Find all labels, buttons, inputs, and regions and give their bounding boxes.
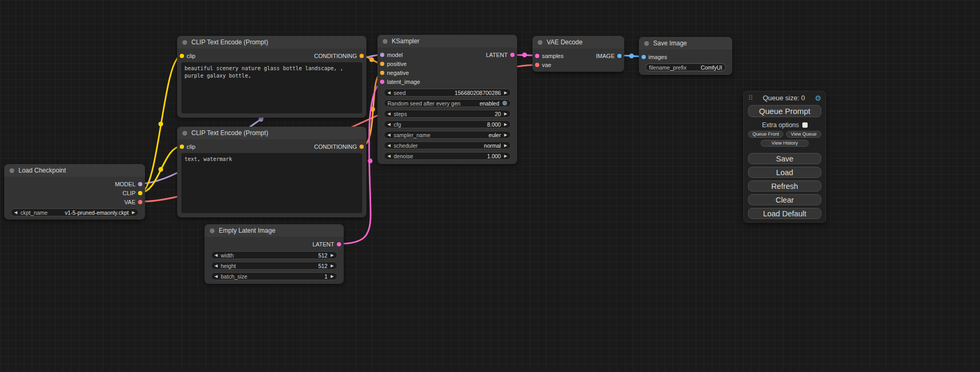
arrow-left-icon[interactable]: ◀: [387, 120, 391, 128]
prompt-textarea[interactable]: text, watermark: [181, 153, 362, 213]
node-collapse-icon[interactable]: [210, 228, 215, 233]
arrow-left-icon[interactable]: ◀: [387, 131, 391, 139]
arrow-right-icon[interactable]: ▶: [331, 262, 334, 270]
input-slot-vae[interactable]: vae: [535, 62, 551, 68]
node-collapse-icon[interactable]: [383, 39, 387, 44]
node-header[interactable]: Empty Latent Image: [205, 224, 344, 237]
model-input-pin-icon[interactable]: [380, 53, 384, 57]
vae-input-pin-icon[interactable]: [535, 63, 539, 67]
arrow-left-icon[interactable]: ◀: [215, 262, 218, 270]
node-header[interactable]: Load Checkpoint: [4, 164, 145, 177]
output-slot-clip[interactable]: CLIP: [123, 190, 142, 196]
view-history-button[interactable]: View History: [761, 140, 809, 147]
arrow-right-icon[interactable]: ▶: [132, 208, 135, 216]
input-slot-positive[interactable]: positive: [380, 61, 406, 67]
arrow-right-icon[interactable]: ▶: [504, 141, 507, 149]
model-output-pin-icon[interactable]: [138, 182, 142, 186]
node-vae-decode[interactable]: VAE Decode samples IMAGE vae: [532, 36, 624, 72]
arrow-left-icon[interactable]: ◀: [215, 251, 218, 259]
output-slot-model[interactable]: MODEL: [115, 181, 142, 187]
queue-prompt-button[interactable]: Queue Prompt: [748, 105, 821, 117]
arrow-left-icon[interactable]: ◀: [387, 89, 391, 97]
widget-height[interactable]: ◀ height 512 ▶: [211, 262, 337, 270]
latent-output-pin-icon[interactable]: [510, 53, 515, 57]
widget-ckpt-name[interactable]: ◀ ckpt_name v1-5-pruned-emaonly.ckpt ▶: [11, 208, 139, 216]
save-button[interactable]: Save: [748, 153, 821, 164]
output-slot-latent[interactable]: LATENT: [313, 241, 341, 247]
node-header[interactable]: KSampler: [377, 35, 517, 47]
output-slot-vae[interactable]: VAE: [124, 199, 142, 205]
input-slot-negative[interactable]: negative: [380, 70, 409, 76]
conditioning-output-pin-icon[interactable]: [360, 145, 364, 149]
clip-input-pin-icon[interactable]: [180, 145, 184, 149]
node-collapse-icon[interactable]: [9, 168, 14, 173]
widget-seed[interactable]: ◀ seed 156680208700286 ▶: [384, 89, 511, 97]
output-slot-image[interactable]: IMAGE: [596, 53, 622, 59]
clear-button[interactable]: Clear: [748, 194, 821, 205]
image-output-pin-icon[interactable]: [617, 54, 622, 58]
arrow-right-icon[interactable]: ▶: [504, 89, 507, 97]
refresh-button[interactable]: Refresh: [748, 180, 821, 192]
toggle-dot-icon[interactable]: [502, 101, 507, 106]
load-default-button[interactable]: Load Default: [748, 208, 821, 219]
clip-output-pin-icon[interactable]: [138, 191, 142, 195]
settings-gear-icon[interactable]: ⚙: [814, 94, 821, 102]
output-slot-conditioning[interactable]: CONDITIONING: [314, 144, 364, 150]
arrow-left-icon[interactable]: ◀: [387, 110, 391, 118]
node-header[interactable]: Save Image: [639, 37, 732, 50]
latent-output-pin-icon[interactable]: [337, 242, 341, 246]
vae-output-pin-icon[interactable]: [138, 200, 142, 204]
node-load-checkpoint[interactable]: Load Checkpoint MODEL CLIP VAE ◀ ckpt_na…: [4, 164, 145, 220]
arrow-right-icon[interactable]: ▶: [504, 120, 507, 128]
graph-canvas[interactable]: Load Checkpoint MODEL CLIP VAE ◀ ckpt_na…: [0, 0, 980, 372]
node-clip-text-encode-negative[interactable]: CLIP Text Encode (Prompt) clip CONDITION…: [177, 127, 366, 217]
node-collapse-icon[interactable]: [182, 40, 187, 45]
drag-handle-icon[interactable]: ⠿: [748, 94, 753, 101]
arrow-left-icon[interactable]: ◀: [14, 208, 17, 216]
node-header[interactable]: CLIP Text Encode (Prompt): [177, 36, 366, 49]
arrow-right-icon[interactable]: ▶: [331, 272, 334, 280]
node-empty-latent-image[interactable]: Empty Latent Image LATENT ◀ width 512 ▶ …: [205, 224, 344, 284]
widget-random-seed-toggle[interactable]: Random seed after every gen enabled: [384, 99, 511, 107]
positive-input-pin-icon[interactable]: [380, 62, 384, 66]
arrow-left-icon[interactable]: ◀: [387, 141, 391, 149]
node-header[interactable]: VAE Decode: [532, 36, 624, 49]
arrow-right-icon[interactable]: ▶: [331, 251, 334, 259]
negative-input-pin-icon[interactable]: [380, 71, 384, 75]
input-slot-model[interactable]: model: [380, 52, 403, 58]
prompt-textarea[interactable]: beautiful scenery nature glass bottle la…: [181, 62, 362, 113]
widget-steps[interactable]: ◀ steps 20 ▶: [384, 110, 511, 118]
input-slot-latent-image[interactable]: latent_image: [380, 79, 420, 85]
extra-options-checkbox[interactable]: [802, 122, 808, 128]
samples-input-pin-icon[interactable]: [535, 54, 539, 58]
arrow-left-icon[interactable]: ◀: [387, 152, 391, 160]
widget-filename-prefix[interactable]: filename_prefix ComfyUI: [645, 63, 726, 71]
queue-front-button[interactable]: Queue Front: [748, 131, 783, 138]
input-slot-images[interactable]: images: [642, 54, 667, 60]
widget-width[interactable]: ◀ width 512 ▶: [211, 251, 337, 259]
widget-cfg[interactable]: ◀ cfg 8.000 ▶: [384, 120, 511, 128]
widget-sampler-name[interactable]: ◀ sampler_name euler ▶: [384, 131, 511, 139]
arrow-right-icon[interactable]: ▶: [504, 152, 507, 160]
widget-scheduler[interactable]: ◀ scheduler normal ▶: [384, 141, 511, 149]
input-slot-clip[interactable]: clip: [180, 53, 196, 59]
images-input-pin-icon[interactable]: [642, 55, 646, 59]
clip-input-pin-icon[interactable]: [180, 54, 184, 58]
load-button[interactable]: Load: [748, 167, 821, 178]
node-collapse-icon[interactable]: [538, 40, 542, 45]
latent-input-pin-icon[interactable]: [380, 80, 384, 84]
output-slot-conditioning[interactable]: CONDITIONING: [314, 53, 364, 59]
arrow-left-icon[interactable]: ◀: [215, 272, 218, 280]
input-slot-clip[interactable]: clip: [180, 144, 196, 150]
conditioning-output-pin-icon[interactable]: [360, 54, 364, 58]
node-header[interactable]: CLIP Text Encode (Prompt): [177, 127, 366, 139]
arrow-right-icon[interactable]: ▶: [504, 131, 507, 139]
arrow-right-icon[interactable]: ▶: [504, 110, 507, 118]
input-slot-samples[interactable]: samples: [535, 53, 564, 59]
node-collapse-icon[interactable]: [644, 41, 649, 46]
node-clip-text-encode-positive[interactable]: CLIP Text Encode (Prompt) clip CONDITION…: [177, 36, 366, 118]
node-collapse-icon[interactable]: [182, 131, 187, 136]
widget-denoise[interactable]: ◀ denoise 1.000 ▶: [384, 152, 511, 160]
view-queue-button[interactable]: View Queue: [786, 131, 821, 138]
node-save-image[interactable]: Save Image images filename_prefix ComfyU…: [639, 37, 732, 75]
